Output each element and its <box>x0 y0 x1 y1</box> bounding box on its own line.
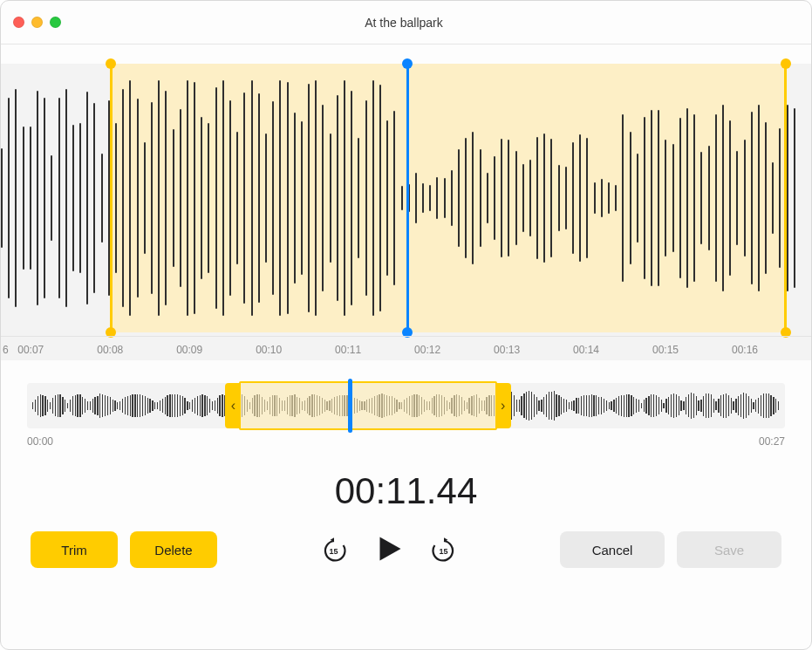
time-axis-tick: 00:15 <box>652 336 732 360</box>
overview-selection[interactable]: ‹ › <box>239 381 496 430</box>
overview-end-label: 00:27 <box>759 435 785 448</box>
transport-controls: 15 15 <box>321 533 457 567</box>
window-title: At the ballpark <box>61 16 747 30</box>
time-axis-tick: 00:09 <box>176 336 256 360</box>
editor-window: At the ballpark 600:0700:0800:0900:1000:… <box>0 0 812 650</box>
overview-start-label: 00:00 <box>27 435 53 448</box>
window-controls <box>13 17 61 28</box>
time-axis-tick: 00:08 <box>97 336 176 360</box>
skip-forward-button[interactable]: 15 <box>431 537 457 563</box>
playhead[interactable] <box>406 64 409 332</box>
time-axis-tick: 6 <box>1 336 17 360</box>
play-icon <box>373 533 405 564</box>
delete-button[interactable]: Delete <box>130 531 217 568</box>
time-axis-tick: 00:16 <box>732 336 811 360</box>
skip-back-button[interactable]: 15 <box>321 537 347 563</box>
overview-time-labels: 00:00 00:27 <box>27 435 785 448</box>
svg-marker-0 <box>379 537 400 560</box>
time-axis-tick: 00:12 <box>414 336 494 360</box>
close-icon[interactable] <box>13 17 24 28</box>
time-axis-tick: 00:14 <box>573 336 652 360</box>
trim-button[interactable]: Trim <box>31 531 118 568</box>
overview-handle-start[interactable]: ‹ <box>225 383 241 428</box>
overview-handle-end[interactable]: › <box>495 383 511 428</box>
save-button[interactable]: Save <box>677 531 781 568</box>
editor-body: 600:0700:0800:0900:1000:1100:1200:1300:1… <box>1 44 811 649</box>
waveform-time-axis: 600:0700:0800:0900:1000:1100:1200:1300:1… <box>1 336 811 360</box>
overview-track[interactable]: ‹ › <box>27 383 785 428</box>
minimize-icon[interactable] <box>31 17 43 28</box>
titlebar: At the ballpark <box>1 1 811 44</box>
cancel-button[interactable]: Cancel <box>560 531 665 568</box>
time-axis-tick: 00:11 <box>335 336 414 360</box>
time-axis-tick: 00:13 <box>494 336 573 360</box>
skip-back-label: 15 <box>329 547 338 556</box>
overview-playhead[interactable] <box>348 379 352 433</box>
play-button[interactable] <box>373 533 405 567</box>
time-axis-tick: 00:10 <box>256 336 335 360</box>
zoom-icon[interactable] <box>50 17 61 28</box>
skip-forward-label: 15 <box>439 547 447 556</box>
time-axis-tick: 00:07 <box>17 336 97 360</box>
waveform-overview: ‹ › 00:00 00:27 <box>27 383 785 448</box>
time-readout: 00:11.44 <box>1 470 811 512</box>
toolbar: Trim Delete 15 <box>1 512 811 568</box>
waveform-main[interactable]: 600:0700:0800:0900:1000:1100:1200:1300:1… <box>1 64 811 360</box>
